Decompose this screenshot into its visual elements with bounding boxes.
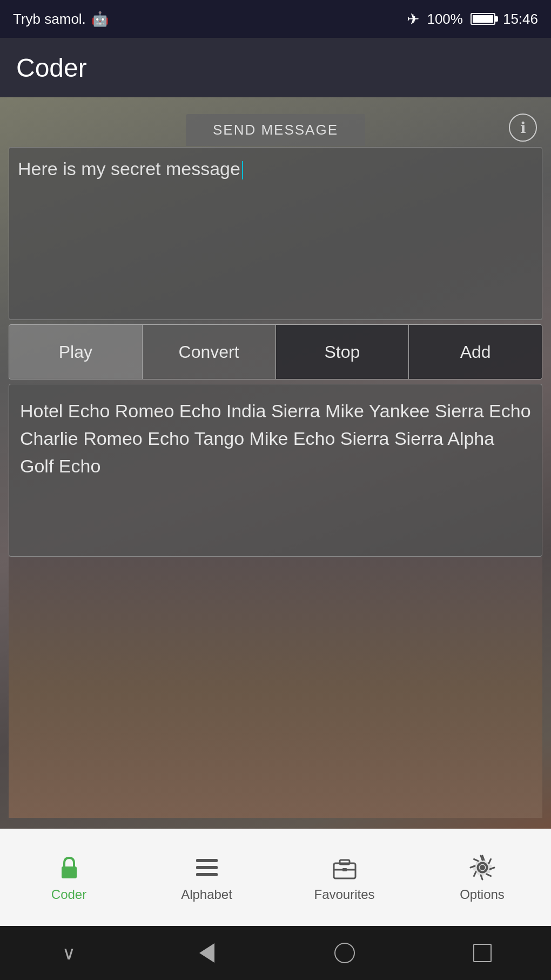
nav-label-alphabet: Alphabet xyxy=(181,887,232,902)
action-buttons-row: Play Convert Stop Add xyxy=(9,324,542,379)
status-left-text: Tryb samol. xyxy=(13,11,86,28)
nav-label-coder: Coder xyxy=(51,887,86,902)
nav-item-alphabet[interactable]: Alphabet xyxy=(138,829,276,926)
android-icon: 🤖 xyxy=(91,11,109,28)
add-button[interactable]: Add xyxy=(409,325,542,379)
nav-item-options[interactable]: Options xyxy=(413,829,551,926)
recent-square-icon xyxy=(473,944,492,962)
output-area: Hotel Echo Romeo Echo India Sierra Mike … xyxy=(9,384,542,557)
nav-label-options: Options xyxy=(460,887,505,902)
nav-chevron-down[interactable]: ∨ xyxy=(50,934,88,972)
battery-fill xyxy=(473,15,493,23)
nav-home-button[interactable] xyxy=(326,934,364,972)
coder-icon xyxy=(55,854,83,882)
svg-rect-1 xyxy=(196,859,218,862)
status-bar: Tryb samol. 🤖 ✈ 100% 15:46 xyxy=(0,0,551,38)
svg-rect-3 xyxy=(196,873,218,876)
convert-button[interactable]: Convert xyxy=(143,325,276,379)
message-input-area[interactable]: Here is my secret message xyxy=(9,147,542,320)
message-text: Here is my secret message xyxy=(18,158,240,179)
text-cursor xyxy=(242,161,243,179)
svg-rect-2 xyxy=(196,866,218,869)
time-display: 15:46 xyxy=(503,11,538,28)
svg-rect-0 xyxy=(62,866,77,878)
tab-area: SEND MESSAGE ℹ xyxy=(9,108,542,146)
nav-item-favourites[interactable]: Favourites xyxy=(276,829,413,926)
play-button[interactable]: Play xyxy=(9,325,143,379)
nav-item-coder[interactable]: Coder xyxy=(0,829,138,926)
nav-recent-button[interactable] xyxy=(463,934,501,972)
info-button[interactable]: ℹ xyxy=(509,114,537,142)
status-bar-right: ✈ 100% 15:46 xyxy=(407,10,538,28)
status-bar-left: Tryb samol. 🤖 xyxy=(13,11,109,28)
blur-background xyxy=(9,557,542,818)
main-content: SEND MESSAGE ℹ Here is my secret message… xyxy=(0,97,551,829)
home-circle-icon xyxy=(334,943,355,963)
battery-percent: 100% xyxy=(427,11,463,28)
battery-icon xyxy=(471,13,495,25)
nav-back-button[interactable] xyxy=(188,934,226,972)
battery-indicator xyxy=(471,13,495,25)
svg-rect-7 xyxy=(342,868,347,871)
output-text: Hotel Echo Romeo Echo India Sierra Mike … xyxy=(20,401,531,476)
app-bar: Coder xyxy=(0,38,551,97)
stop-button[interactable]: Stop xyxy=(276,325,409,379)
favourites-icon xyxy=(331,854,359,882)
app-title: Coder xyxy=(16,53,87,83)
svg-point-10 xyxy=(480,865,485,870)
system-nav: ∨ xyxy=(0,926,551,980)
bottom-nav: Coder Alphabet Favourites xyxy=(0,829,551,926)
alphabet-icon xyxy=(193,854,221,882)
options-icon xyxy=(468,854,496,882)
airplane-icon: ✈ xyxy=(407,10,419,28)
nav-label-favourites: Favourites xyxy=(314,887,374,902)
svg-rect-5 xyxy=(340,860,350,864)
back-triangle-icon xyxy=(199,943,214,963)
tab-send-message[interactable]: SEND MESSAGE xyxy=(186,114,365,146)
